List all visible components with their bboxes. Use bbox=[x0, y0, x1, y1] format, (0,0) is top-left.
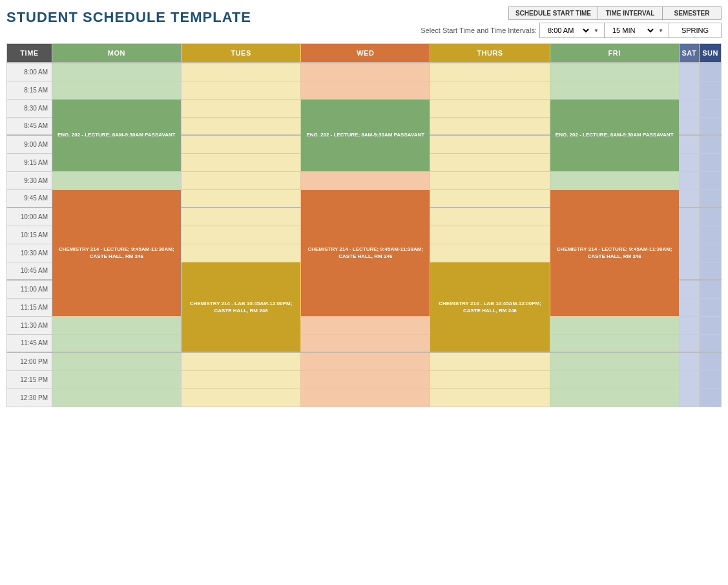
empty-cell bbox=[700, 171, 722, 189]
empty-cell bbox=[181, 352, 301, 370]
empty-cell bbox=[301, 81, 430, 99]
col-mon: MON bbox=[52, 44, 182, 63]
event-cell: CHEMISTRY 214 - LECTURE; 9:45AM-11:30AM;… bbox=[302, 246, 428, 260]
time-cell: 11:30 AM bbox=[7, 316, 52, 334]
empty-cell bbox=[679, 226, 700, 244]
empty-cell bbox=[430, 135, 550, 153]
empty-cell bbox=[679, 171, 700, 189]
semester-value: SPRING bbox=[681, 27, 709, 34]
empty-cell bbox=[700, 226, 722, 244]
empty-cell bbox=[430, 63, 550, 81]
col-thurs: THURS bbox=[430, 44, 550, 63]
empty-cell bbox=[679, 153, 700, 171]
semester-header: SEMESTER bbox=[663, 7, 721, 19]
controls-label: Select Start Time and Time Intervals: bbox=[421, 27, 537, 34]
empty-cell bbox=[679, 63, 700, 81]
empty-cell bbox=[52, 334, 182, 352]
empty-cell bbox=[679, 298, 700, 316]
col-sat: SAT bbox=[679, 44, 700, 63]
empty-cell bbox=[52, 370, 182, 388]
time-interval-select[interactable]: 15 MIN 30 MIN 60 MIN bbox=[610, 26, 656, 35]
empty-cell bbox=[301, 334, 430, 352]
table-row: 11:45 AM bbox=[7, 334, 722, 352]
time-cell: 8:30 AM bbox=[7, 99, 52, 117]
event-cell: CHEMISTRY 214 - LECTURE; 9:45AM-11:30AM;… bbox=[54, 246, 180, 260]
empty-cell bbox=[301, 370, 430, 388]
empty-cell bbox=[679, 81, 700, 99]
ctrl-inputs: 8:00 AM 7:00 AM 9:00 AM ▼ 15 MIN 30 MIN … bbox=[539, 23, 722, 38]
empty-cell bbox=[550, 316, 679, 334]
empty-cell bbox=[700, 370, 722, 388]
empty-cell bbox=[700, 99, 722, 117]
empty-cell bbox=[301, 63, 430, 81]
empty-cell bbox=[430, 189, 550, 207]
table-row: 8:15 AM bbox=[7, 81, 722, 99]
empty-cell bbox=[430, 370, 550, 388]
col-wed: WED bbox=[301, 44, 430, 63]
col-sun: SUN bbox=[700, 44, 722, 63]
empty-cell bbox=[301, 171, 430, 189]
time-cell: 10:30 AM bbox=[7, 244, 52, 262]
empty-cell bbox=[430, 153, 550, 171]
table-row: 9:30 AM bbox=[7, 171, 722, 189]
empty-cell bbox=[679, 244, 700, 262]
empty-cell bbox=[52, 388, 182, 407]
schedule-wrapper: TIME MON TUES WED THURS FRI SAT SUN 8:00… bbox=[6, 43, 722, 407]
empty-cell bbox=[181, 171, 301, 189]
empty-cell bbox=[550, 370, 679, 388]
empty-cell bbox=[181, 388, 301, 407]
start-time-select[interactable]: 8:00 AM 7:00 AM 9:00 AM bbox=[545, 26, 591, 35]
start-time-input[interactable]: 8:00 AM 7:00 AM 9:00 AM ▼ bbox=[540, 23, 605, 37]
time-cell: 12:30 PM bbox=[7, 388, 52, 407]
time-interval-input[interactable]: 15 MIN 30 MIN 60 MIN ▼ bbox=[605, 23, 669, 37]
controls-area: SCHEDULE START TIME TIME INTERVAL SEMEST… bbox=[421, 6, 722, 38]
col-fri: FRI bbox=[550, 44, 679, 63]
table-row: 12:15 PM bbox=[7, 370, 722, 388]
table-row: 11:30 AM bbox=[7, 316, 722, 334]
header-row: TIME MON TUES WED THURS FRI SAT SUN bbox=[7, 44, 722, 63]
table-row: 12:00 PM bbox=[7, 352, 722, 370]
empty-cell bbox=[679, 262, 700, 280]
table-row: 12:30 PM bbox=[7, 388, 722, 407]
empty-cell bbox=[301, 388, 430, 407]
header-area: STUDENT SCHEDULE TEMPLATE SCHEDULE START… bbox=[6, 6, 722, 38]
col-tues: TUES bbox=[181, 44, 301, 63]
time-cell: 11:45 AM bbox=[7, 334, 52, 352]
empty-cell bbox=[550, 171, 679, 189]
time-cell: 9:45 AM bbox=[7, 189, 52, 207]
empty-cell bbox=[700, 135, 722, 153]
empty-cell bbox=[700, 207, 722, 226]
empty-cell bbox=[430, 81, 550, 99]
empty-cell bbox=[430, 352, 550, 370]
empty-cell bbox=[679, 370, 700, 388]
event-cell: ENG. 202 - LECTURE; 8AM-9:30AM PASSAVANT bbox=[302, 131, 428, 138]
empty-cell bbox=[679, 189, 700, 207]
time-cell: 10:45 AM bbox=[7, 262, 52, 280]
empty-cell bbox=[181, 207, 301, 226]
empty-cell bbox=[430, 388, 550, 407]
controls-bottom: Select Start Time and Time Intervals: 8:… bbox=[421, 23, 722, 38]
empty-cell bbox=[700, 117, 722, 135]
time-cell: 11:00 AM bbox=[7, 280, 52, 298]
empty-cell bbox=[430, 226, 550, 244]
event-cell: CHEMISTRY 214 - LAB 10:45AM-12:00PM; CAS… bbox=[432, 300, 548, 314]
empty-cell bbox=[700, 244, 722, 262]
empty-cell bbox=[52, 81, 182, 99]
event-cell: ENG. 202 - LECTURE; 8AM-9:30AM PASSAVANT bbox=[54, 131, 180, 138]
empty-cell bbox=[430, 244, 550, 262]
event-cell: CHEMISTRY 214 - LECTURE; 9:45AM-11:30AM;… bbox=[552, 246, 678, 260]
empty-cell bbox=[181, 244, 301, 262]
table-row: 8:00 AM bbox=[7, 63, 722, 81]
empty-cell bbox=[52, 63, 182, 81]
empty-cell bbox=[550, 388, 679, 407]
empty-cell bbox=[181, 81, 301, 99]
time-interval-arrow: ▼ bbox=[658, 28, 663, 34]
empty-cell bbox=[181, 63, 301, 81]
empty-cell bbox=[700, 81, 722, 99]
empty-cell bbox=[181, 99, 301, 117]
time-cell: 10:00 AM bbox=[7, 207, 52, 226]
time-cell: 9:30 AM bbox=[7, 171, 52, 189]
semester-input: SPRING bbox=[669, 23, 721, 37]
empty-cell bbox=[700, 63, 722, 81]
empty-cell bbox=[430, 99, 550, 117]
